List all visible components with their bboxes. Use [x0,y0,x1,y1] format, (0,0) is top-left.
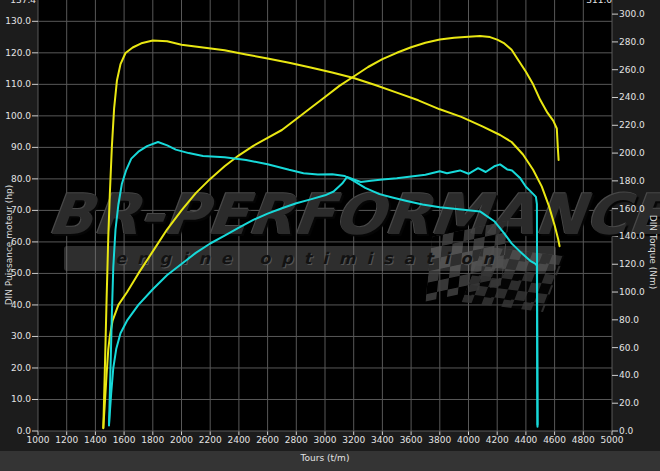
curves-layer [0,0,660,471]
curve-torque-stock [109,142,538,427]
curve-power-tuned [103,36,558,428]
curve-power-stock [109,164,538,424]
dyno-chart: BR-Performance engine optimisation 137.4… [0,0,660,471]
curve-torque-tuned [103,41,559,429]
